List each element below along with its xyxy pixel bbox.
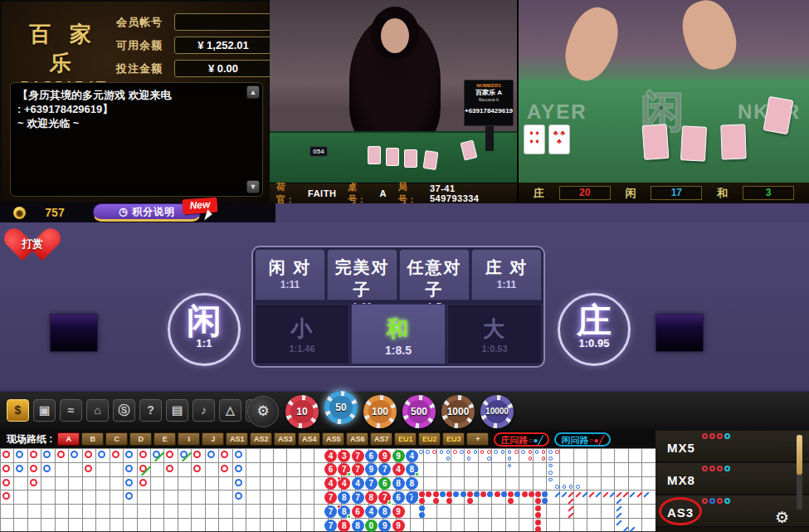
road-tab-EU2[interactable]: EU2 — [418, 432, 441, 446]
big-road-cell — [180, 451, 188, 458]
big-eye-road-cell — [542, 456, 546, 461]
road-tab-EU3[interactable]: EU3 — [442, 432, 465, 446]
road-tab-C[interactable]: C — [105, 432, 128, 446]
tip-dealer-button[interactable]: 打赏 — [13, 229, 51, 264]
highlight-circle — [659, 497, 702, 525]
chip-10[interactable]: 10 — [285, 395, 319, 428]
mid-bet-2[interactable]: 和1:8.5 — [351, 304, 446, 364]
points-row: ◉ 757 ◷ 积分说明 New — [0, 203, 809, 222]
bead-road-cell: 6 — [392, 491, 405, 504]
bead-road-cell: 4 — [406, 450, 418, 462]
bet-name: 小 — [256, 315, 348, 344]
side-bet-2[interactable]: 完美对子1:22 — [327, 249, 397, 300]
table-name: MX8 — [667, 473, 695, 487]
ask-banker-road-button[interactable]: 庄问路○●╱ — [494, 432, 549, 447]
chip-500[interactable]: 500 — [402, 395, 436, 428]
table-list-item-MX5[interactable]: MX5 — [655, 431, 809, 462]
tip-box-icon[interactable]: $ — [7, 399, 29, 422]
small-road-cell — [508, 491, 514, 497]
bet-table: 闲 对1:11完美对子1:22任意对子1:5庄 对1:11 小1:1.46和1:… — [251, 246, 545, 368]
chip-1000[interactable]: 1000 — [441, 395, 475, 428]
road-tab-AS4[interactable]: AS4 — [298, 432, 320, 446]
sign-stand — [485, 126, 494, 151]
bet-odds: 1:1.46 — [256, 344, 348, 354]
road-tab-AS6[interactable]: AS6 — [346, 432, 368, 446]
cockroach-road-cell — [616, 513, 621, 519]
chip-100[interactable]: 100 — [363, 395, 397, 428]
lobby-icon[interactable]: ⌂ — [86, 399, 109, 422]
cashier-icon[interactable]: Ⓢ — [113, 399, 135, 422]
scrollbar-thumb[interactable] — [797, 435, 802, 475]
cockroach-road-cell — [616, 499, 621, 505]
side-bet-4[interactable]: 庄 对1:11 — [471, 249, 542, 300]
big-eye-road-cell — [467, 456, 471, 461]
big-road-cell — [2, 465, 10, 472]
account-number-label: 会员帐号 — [116, 15, 168, 30]
bead-road-cell: 7 — [324, 520, 337, 532]
bead-road-cell: 7 — [365, 477, 378, 490]
road-tab-AS5[interactable]: AS5 — [322, 432, 344, 446]
report-icon[interactable]: ▤ — [166, 399, 188, 422]
chat-scroll-down-icon[interactable]: ▼ — [246, 180, 260, 193]
mid-bet-3[interactable]: 大1:0.53 — [447, 304, 542, 364]
help-icon[interactable]: ? — [139, 399, 162, 422]
big-road-cell — [166, 451, 173, 458]
road-tab-E[interactable]: E — [154, 432, 176, 446]
big-eye-road-cell — [548, 471, 553, 475]
big-eye-road-cell — [446, 450, 451, 454]
road-tab-B[interactable]: B — [81, 432, 104, 446]
bead-road-cell: 9 — [392, 505, 405, 518]
big-eye-road-cell — [426, 450, 430, 454]
small-road-cell — [412, 491, 418, 497]
bet-odds: 1:8.5 — [352, 344, 445, 357]
bead-road-cell: 9 — [392, 450, 405, 462]
big-road-cell — [221, 451, 228, 458]
road-tab-AS2[interactable]: AS2 — [250, 432, 272, 446]
road-tab-AS7[interactable]: AS7 — [370, 432, 392, 446]
mid-bet-1[interactable]: 小1:1.46 — [255, 304, 349, 364]
table-list-item-MX8[interactable]: MX8 — [655, 463, 809, 495]
bead-road-cell: 7 — [324, 491, 337, 504]
banker-bet-spot[interactable]: 庄 1:0.95 — [558, 293, 631, 366]
cockroach-road-cell — [630, 526, 636, 532]
chip-rack: 1050100500100010000 — [285, 395, 514, 428]
player-bet-spot[interactable]: 闲 1:1 — [168, 293, 241, 366]
road-tab-AS1[interactable]: AS1 — [226, 432, 248, 446]
big-road-cell — [139, 465, 147, 472]
round-id: 37-41 549793334 — [430, 183, 505, 203]
road-tab-AS3[interactable]: AS3 — [274, 432, 296, 446]
road-tab-J[interactable]: J — [202, 432, 224, 446]
side-bet-1[interactable]: 闲 对1:11 — [255, 249, 325, 300]
road-map-grid: 4647773748887747686978409767899486994887 — [0, 448, 655, 532]
account-fields: 会员帐号 可用余额 ¥ 1,252.01 投注金额 ¥ 0.00 — [116, 13, 272, 83]
music-icon[interactable]: ♪ — [193, 399, 215, 422]
result-dot — [724, 466, 730, 471]
big-road-cell — [125, 451, 133, 458]
toolbar-icons: $▣≈⌂Ⓢ?▤♪△➜ — [7, 399, 268, 422]
chip-50[interactable]: 50 — [324, 391, 358, 424]
big-eye-road-cell — [480, 450, 485, 454]
settings-gear-icon[interactable]: ⚙ — [775, 508, 789, 527]
chip-10000[interactable]: 10000 — [480, 395, 514, 428]
ask-player-road-button[interactable]: 闲问路○●╱ — [554, 432, 610, 447]
ask-road-label: 庄问路 — [500, 435, 528, 445]
small-road-cell — [419, 498, 425, 504]
banker-pair-mark — [337, 476, 341, 481]
recent-results-dots — [702, 433, 730, 439]
chip-settings-button[interactable]: ⚙ — [247, 396, 279, 427]
road-tab-I[interactable]: I — [178, 432, 200, 446]
signal-icon[interactable]: ≈ — [60, 399, 82, 422]
cockroach-road-cell — [554, 491, 560, 497]
limit-icon[interactable]: △ — [219, 399, 241, 422]
road-tab-D[interactable]: D — [129, 432, 152, 446]
cockroach-road-cell — [630, 491, 636, 497]
chat-scroll-up-icon[interactable]: ▲ — [246, 85, 260, 99]
video-icon[interactable]: ▣ — [33, 399, 56, 422]
road-tab-A[interactable]: A — [57, 432, 80, 446]
result-dot — [709, 466, 715, 471]
road-tab-EU1[interactable]: EU1 — [394, 432, 417, 446]
road-tab-+[interactable]: + — [466, 432, 489, 446]
table-list-scrollbar[interactable] — [797, 435, 802, 510]
side-bet-3[interactable]: 任意对子1:5 — [399, 249, 470, 300]
bead-road-cell: 4 — [338, 477, 350, 490]
